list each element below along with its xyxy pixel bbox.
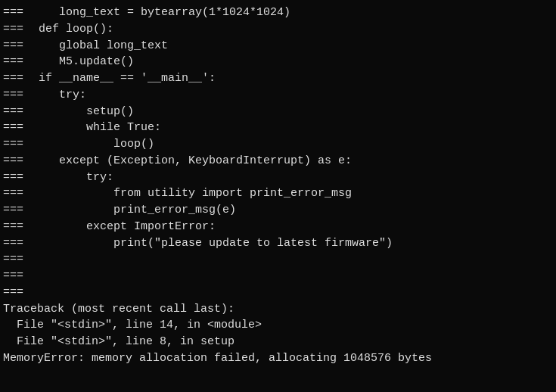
line-code: except (Exception, KeyboardInterrupt) as…	[32, 153, 352, 170]
terminal-line: === except ImportError:	[0, 219, 556, 235]
line-prompt: ===	[3, 268, 32, 285]
line-prompt: ===	[3, 202, 32, 219]
terminal-line: === while True:	[0, 120, 556, 136]
line-code: print_error_msg(e)	[32, 202, 236, 219]
line-code: File "<stdin>", line 14, in <module>	[3, 317, 262, 334]
terminal-line: === try:	[0, 170, 556, 186]
line-prompt: ===	[3, 136, 32, 153]
terminal-line: === try:	[0, 87, 556, 104]
line-code: loop()	[32, 136, 154, 153]
line-prompt: ===	[3, 87, 32, 104]
terminal-line: Traceback (most recent call last):	[0, 301, 556, 318]
line-prompt: ===	[3, 235, 32, 252]
line-prompt: ===	[3, 219, 32, 235]
terminal-line: === except (Exception, KeyboardInterrupt…	[0, 153, 556, 170]
line-prompt: ===	[3, 54, 32, 70]
terminal-line: ===	[0, 285, 556, 301]
terminal-line: ===	[0, 268, 556, 285]
terminal-line: File "<stdin>", line 14, in <module>	[0, 317, 556, 334]
terminal-line: === print_error_msg(e)	[0, 202, 556, 219]
line-code: try:	[32, 87, 86, 104]
line-code: from utility import print_error_msg	[32, 185, 352, 202]
terminal-line: === if __name__ == '__main__':	[0, 70, 556, 87]
line-code: MemoryError: memory allocation failed, a…	[3, 350, 432, 367]
terminal-line: === loop()	[0, 136, 556, 153]
terminal-line: === from utility import print_error_msg	[0, 185, 556, 202]
line-prompt: ===	[3, 185, 32, 202]
terminal-line: ===	[0, 251, 556, 268]
line-code: print("please update to latest firmware"…	[32, 235, 393, 252]
terminal-line: === setup()	[0, 104, 556, 120]
terminal-line: === M5.update()	[0, 54, 556, 70]
line-code: if __name__ == '__main__':	[32, 70, 216, 87]
terminal-line: File "<stdin>", line 8, in setup	[0, 334, 556, 350]
line-code: Traceback (most recent call last):	[3, 301, 235, 318]
line-prompt: ===	[3, 38, 32, 54]
line-prompt: ===	[3, 170, 32, 186]
line-prompt: ===	[3, 153, 32, 170]
line-code: setup()	[32, 104, 134, 120]
terminal-line: === long_text = bytearray(1*1024*1024)	[0, 5, 556, 21]
terminal-line: === global long_text	[0, 38, 556, 54]
terminal-window: === long_text = bytearray(1*1024*1024)==…	[0, 0, 556, 392]
line-code: try:	[32, 170, 113, 186]
line-prompt: ===	[3, 5, 32, 21]
terminal-line: === def loop():	[0, 21, 556, 38]
line-code: global long_text	[32, 38, 168, 54]
line-code: except ImportError:	[32, 219, 216, 235]
line-code: File "<stdin>", line 8, in setup	[3, 334, 235, 350]
line-prompt: ===	[3, 251, 32, 268]
line-prompt: ===	[3, 285, 32, 301]
line-code: def loop():	[32, 21, 113, 38]
terminal-line: MemoryError: memory allocation failed, a…	[0, 350, 556, 367]
line-prompt: ===	[3, 104, 32, 120]
line-code: M5.update()	[32, 54, 134, 70]
line-prompt: ===	[3, 120, 32, 136]
line-prompt: ===	[3, 21, 32, 38]
line-prompt: ===	[3, 70, 32, 87]
terminal-line: === print("please update to latest firmw…	[0, 235, 556, 252]
line-code: while True:	[32, 120, 161, 136]
line-code: long_text = bytearray(1*1024*1024)	[32, 5, 290, 21]
